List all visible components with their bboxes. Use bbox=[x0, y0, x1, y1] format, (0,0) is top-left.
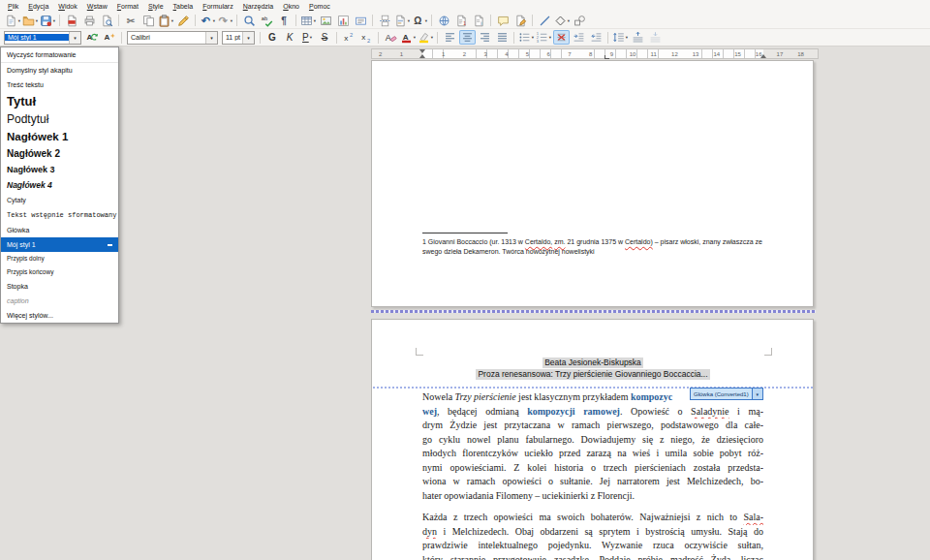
print-preview-button[interactable] bbox=[99, 14, 115, 28]
align-justify-button[interactable] bbox=[494, 30, 511, 45]
insert-hyperlink-button[interactable] bbox=[436, 14, 452, 28]
dropdown-arrow-icon[interactable]: ▾ bbox=[626, 35, 628, 40]
clone-formatting-button[interactable] bbox=[175, 14, 192, 28]
dropdown-arrow-icon[interactable]: ▾ bbox=[431, 35, 433, 40]
highlight-color-button[interactable]: ▾ bbox=[418, 30, 434, 45]
paste-button[interactable]: ▾ bbox=[158, 14, 174, 28]
style-item-stopka[interactable]: Stopka bbox=[1, 279, 118, 294]
line-spacing-button[interactable]: ▾ bbox=[612, 30, 629, 45]
insert-footnote-button[interactable]: 1 bbox=[453, 14, 470, 28]
menu-format[interactable]: Format bbox=[112, 1, 143, 13]
insert-table-button[interactable]: ▾ bbox=[300, 14, 317, 28]
dropdown-arrow-icon[interactable]: ▾ bbox=[408, 18, 410, 23]
style-item-nagłówek-2[interactable]: Nagłówek 2 bbox=[1, 145, 118, 162]
style-item-nagłówek-3[interactable]: Nagłówek 3 bbox=[1, 162, 118, 177]
dropdown-arrow-icon[interactable]: ▾ bbox=[213, 18, 215, 23]
dropdown-arrow-icon[interactable]: ▾ bbox=[414, 35, 416, 40]
para-space-increase-button[interactable] bbox=[630, 30, 646, 45]
insert-chart-button[interactable] bbox=[335, 14, 352, 28]
style-item-tytuł[interactable]: Tytuł bbox=[1, 92, 118, 110]
spelling-button[interactable]: ab bbox=[259, 14, 275, 28]
insert-field-button[interactable]: ▾ bbox=[394, 14, 411, 28]
new-document-button[interactable]: ▾ bbox=[5, 14, 21, 28]
style-item-przypis-końcowy[interactable]: Przypis końcowy bbox=[1, 265, 118, 279]
style-item-cytaty[interactable]: Cytaty bbox=[1, 193, 118, 207]
page-header[interactable]: Beata Jesionek-BiskupskaProza renesansow… bbox=[422, 355, 763, 378]
tab-stop-marker[interactable] bbox=[604, 55, 609, 59]
dropdown-arrow-icon[interactable]: ▾ bbox=[568, 18, 570, 23]
copy-button[interactable] bbox=[140, 14, 157, 28]
header-line[interactable]: Proza renesansowa: Trzy pierścienie Giov… bbox=[476, 369, 709, 380]
dropdown-arrow-icon[interactable]: ▾ bbox=[242, 32, 254, 44]
document-body-text[interactable]: Nowela Trzy pierścienie jest klasycznym … bbox=[422, 390, 763, 560]
style-item-mój-styl-1[interactable]: Mój styl 1 bbox=[1, 237, 118, 252]
para-space-decrease-button[interactable] bbox=[647, 30, 664, 45]
style-item-nagłówek-1[interactable]: Nagłówek 1 bbox=[1, 128, 118, 145]
decrease-indent-button[interactable] bbox=[588, 30, 604, 45]
align-right-button[interactable] bbox=[477, 30, 493, 45]
style-item-przypis-dolny[interactable]: Przypis dolny bbox=[1, 252, 118, 265]
dropdown-arrow-icon[interactable]: ▾ bbox=[549, 35, 551, 40]
clear-formatting-button[interactable]: A bbox=[383, 30, 399, 45]
menu-tabela[interactable]: Tabela bbox=[169, 1, 199, 13]
dropdown-arrow-icon[interactable]: ▾ bbox=[69, 32, 80, 44]
menu-style[interactable]: Style bbox=[143, 1, 169, 13]
style-item-nagłówek-4[interactable]: Nagłówek 4 bbox=[1, 177, 118, 193]
dropdown-arrow-icon[interactable]: ▾ bbox=[532, 35, 534, 40]
undo-button[interactable]: ↶▾ bbox=[200, 14, 216, 28]
strikethrough-button[interactable]: S bbox=[317, 30, 333, 45]
font-color-button[interactable]: A▾ bbox=[400, 30, 417, 45]
redo-button[interactable]: ↷▾ bbox=[217, 14, 233, 28]
insert-special-character-button[interactable]: Ω▾ bbox=[412, 14, 428, 28]
cut-button[interactable]: ✂ bbox=[123, 14, 140, 28]
dropdown-arrow-icon[interactable]: ▾ bbox=[231, 18, 232, 23]
update-style-button[interactable]: A bbox=[84, 30, 101, 45]
dropdown-arrow-icon[interactable]: ▾ bbox=[425, 18, 427, 23]
style-item-podtytuł[interactable]: Podtytuł bbox=[1, 110, 118, 128]
open-button[interactable]: ▾ bbox=[22, 14, 39, 28]
paragraph-style-combo[interactable]: Mój styl 1▾ bbox=[4, 31, 81, 45]
save-button[interactable]: ▾ bbox=[40, 14, 56, 28]
menu-widok[interactable]: Widok bbox=[53, 1, 81, 13]
basic-shapes-button[interactable]: ▾ bbox=[554, 14, 571, 28]
export-pdf-button[interactable] bbox=[64, 14, 80, 28]
italic-button[interactable]: K bbox=[282, 30, 298, 45]
header-style-indicator[interactable]: Główka (Converted1) ▾ bbox=[690, 388, 763, 400]
menu-edycja[interactable]: Edycja bbox=[23, 1, 53, 13]
horizontal-ruler[interactable]: 12345678910111213141516171821 bbox=[371, 48, 819, 59]
no-list-button[interactable] bbox=[553, 30, 570, 45]
menu-narzędzia[interactable]: Narzędzia bbox=[238, 1, 279, 13]
dropdown-arrow-icon[interactable]: ▾ bbox=[171, 18, 173, 23]
page-2[interactable]: Beata Jesionek-BiskupskaProza renesansow… bbox=[371, 319, 814, 560]
style-item-domyślny-styl-akapitu[interactable]: Domyślny styl akapitu bbox=[1, 63, 118, 78]
align-left-button[interactable] bbox=[442, 30, 458, 45]
style-item-caption[interactable]: caption bbox=[1, 294, 118, 308]
align-center-button[interactable] bbox=[459, 30, 476, 45]
ordered-list-button[interactable]: 123▾ bbox=[536, 30, 552, 45]
print-button[interactable] bbox=[81, 14, 98, 28]
style-item-tekst-wstępnie-sformatowany[interactable]: Tekst wstępnie sformatowany bbox=[1, 207, 118, 223]
menu-wstaw[interactable]: Wstaw bbox=[82, 1, 112, 13]
font-size-combo[interactable]: 11 pt▾ bbox=[222, 31, 255, 45]
chevron-down-icon[interactable]: ▾ bbox=[752, 389, 762, 399]
insert-line-button[interactable] bbox=[537, 14, 553, 28]
superscript-button[interactable]: x2 bbox=[341, 30, 357, 45]
style-item-wyczyść-formatowanie[interactable]: Wyczyść formatowanie bbox=[1, 47, 118, 63]
insert-textbox-button[interactable] bbox=[353, 14, 369, 28]
find-replace-button[interactable] bbox=[241, 14, 258, 28]
dropdown-arrow-icon[interactable]: ▾ bbox=[310, 35, 312, 40]
track-changes-button[interactable] bbox=[512, 14, 529, 28]
style-item-główka[interactable]: Główka bbox=[1, 223, 118, 237]
subscript-button[interactable]: x2 bbox=[358, 30, 375, 45]
insert-endnote-button[interactable]: i bbox=[471, 14, 487, 28]
bold-button[interactable]: G bbox=[264, 30, 281, 45]
underline-button[interactable]: P▾ bbox=[299, 30, 316, 45]
formatting-marks-button[interactable]: ¶ bbox=[276, 14, 293, 28]
page-1[interactable]: 1 Giovanni Boccaccio (ur. 1313 w Certald… bbox=[371, 60, 814, 307]
insert-image-button[interactable] bbox=[318, 14, 334, 28]
dropdown-arrow-icon[interactable]: ▾ bbox=[205, 32, 217, 44]
left-indent-marker[interactable] bbox=[419, 49, 425, 58]
menu-formularz[interactable]: Formularz bbox=[198, 1, 238, 13]
insert-page-break-button[interactable] bbox=[377, 14, 393, 28]
dropdown-arrow-icon[interactable]: ▾ bbox=[18, 18, 20, 23]
